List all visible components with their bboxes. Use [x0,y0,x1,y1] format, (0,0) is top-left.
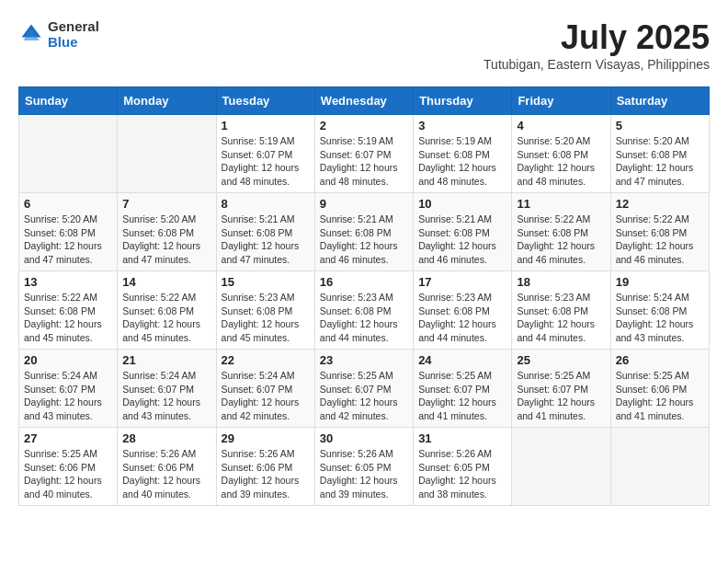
day-number: 1 [222,119,310,132]
day-number: 11 [517,197,605,211]
calendar-cell: 27Sunrise: 5:25 AM Sunset: 6:06 PM Dayli… [19,428,118,506]
calendar-cell [118,115,216,193]
day-number: 16 [320,275,408,289]
col-tuesday: Tuesday [216,87,314,115]
calendar-cell: 15Sunrise: 5:23 AM Sunset: 6:08 PM Dayli… [216,271,314,350]
day-number: 18 [517,275,605,289]
calendar-cell [19,115,118,193]
calendar-header-row: Sunday Monday Tuesday Wednesday Thursday… [19,87,710,115]
day-number: 27 [24,431,112,445]
calendar-cell: 20Sunrise: 5:24 AM Sunset: 6:07 PM Dayli… [19,350,118,428]
calendar-cell: 26Sunrise: 5:25 AM Sunset: 6:06 PM Dayli… [610,350,709,428]
day-number: 19 [616,275,704,289]
day-number: 28 [122,431,210,445]
day-info: Sunrise: 5:22 AM Sunset: 6:08 PM Dayligh… [24,291,112,345]
day-info: Sunrise: 5:20 AM Sunset: 6:08 PM Dayligh… [517,134,605,189]
calendar-cell: 22Sunrise: 5:24 AM Sunset: 6:07 PM Dayli… [216,350,314,428]
day-info: Sunrise: 5:20 AM Sunset: 6:08 PM Dayligh… [616,134,704,189]
logo: General Blue [18,18,99,50]
calendar-table: Sunday Monday Tuesday Wednesday Thursday… [18,86,710,506]
calendar-cell: 28Sunrise: 5:26 AM Sunset: 6:06 PM Dayli… [118,428,216,506]
day-number: 6 [24,197,112,211]
day-number: 26 [616,353,704,367]
calendar-cell: 12Sunrise: 5:22 AM Sunset: 6:08 PM Dayli… [610,193,709,271]
day-number: 13 [24,275,112,289]
calendar-cell: 7Sunrise: 5:20 AM Sunset: 6:08 PM Daylig… [118,193,216,271]
day-info: Sunrise: 5:21 AM Sunset: 6:08 PM Dayligh… [320,213,408,267]
day-info: Sunrise: 5:24 AM Sunset: 6:07 PM Dayligh… [122,369,210,423]
day-info: Sunrise: 5:22 AM Sunset: 6:08 PM Dayligh… [616,213,704,267]
calendar-cell: 21Sunrise: 5:24 AM Sunset: 6:07 PM Dayli… [118,350,216,428]
day-number: 3 [418,119,506,132]
calendar-cell: 29Sunrise: 5:26 AM Sunset: 6:06 PM Dayli… [216,428,314,506]
calendar-cell: 3Sunrise: 5:19 AM Sunset: 6:08 PM Daylig… [414,115,512,193]
day-number: 17 [418,275,506,289]
week-row-2: 6Sunrise: 5:20 AM Sunset: 6:08 PM Daylig… [19,193,710,271]
calendar-cell: 5Sunrise: 5:20 AM Sunset: 6:08 PM Daylig… [610,115,709,193]
calendar-cell: 31Sunrise: 5:26 AM Sunset: 6:05 PM Dayli… [414,428,512,506]
day-info: Sunrise: 5:26 AM Sunset: 6:05 PM Dayligh… [418,447,506,501]
day-number: 29 [222,431,310,445]
col-saturday: Saturday [610,87,709,115]
calendar-cell: 16Sunrise: 5:23 AM Sunset: 6:08 PM Dayli… [314,271,413,350]
day-number: 5 [616,119,704,132]
day-number: 15 [222,275,310,289]
day-number: 20 [24,353,112,367]
calendar-cell [610,428,709,506]
week-row-4: 20Sunrise: 5:24 AM Sunset: 6:07 PM Dayli… [19,350,710,428]
day-info: Sunrise: 5:23 AM Sunset: 6:08 PM Dayligh… [418,291,506,345]
day-info: Sunrise: 5:22 AM Sunset: 6:08 PM Dayligh… [517,213,605,267]
day-info: Sunrise: 5:20 AM Sunset: 6:08 PM Dayligh… [24,213,112,267]
calendar-cell: 17Sunrise: 5:23 AM Sunset: 6:08 PM Dayli… [414,271,512,350]
day-number: 10 [418,197,506,211]
col-thursday: Thursday [414,87,512,115]
day-info: Sunrise: 5:21 AM Sunset: 6:08 PM Dayligh… [222,213,310,267]
day-number: 9 [320,197,408,211]
day-number: 8 [222,197,310,211]
calendar-cell: 8Sunrise: 5:21 AM Sunset: 6:08 PM Daylig… [216,193,314,271]
day-info: Sunrise: 5:26 AM Sunset: 6:06 PM Dayligh… [222,447,310,501]
week-row-5: 27Sunrise: 5:25 AM Sunset: 6:06 PM Dayli… [19,428,710,506]
day-info: Sunrise: 5:19 AM Sunset: 6:07 PM Dayligh… [222,134,310,189]
day-info: Sunrise: 5:24 AM Sunset: 6:07 PM Dayligh… [24,369,112,423]
calendar-cell [512,428,610,506]
col-sunday: Sunday [19,87,118,115]
day-info: Sunrise: 5:19 AM Sunset: 6:08 PM Dayligh… [418,134,506,189]
day-info: Sunrise: 5:25 AM Sunset: 6:07 PM Dayligh… [320,369,408,423]
day-info: Sunrise: 5:25 AM Sunset: 6:07 PM Dayligh… [418,369,506,423]
day-info: Sunrise: 5:25 AM Sunset: 6:06 PM Dayligh… [616,369,704,423]
day-number: 25 [517,353,605,367]
week-row-3: 13Sunrise: 5:22 AM Sunset: 6:08 PM Dayli… [19,271,710,350]
day-info: Sunrise: 5:20 AM Sunset: 6:08 PM Dayligh… [122,213,210,267]
calendar-cell: 19Sunrise: 5:24 AM Sunset: 6:08 PM Dayli… [610,271,709,350]
day-number: 23 [320,353,408,367]
calendar-cell: 10Sunrise: 5:21 AM Sunset: 6:08 PM Dayli… [414,193,512,271]
calendar-cell: 24Sunrise: 5:25 AM Sunset: 6:07 PM Dayli… [414,350,512,428]
day-info: Sunrise: 5:23 AM Sunset: 6:08 PM Dayligh… [517,291,605,345]
day-number: 21 [122,353,210,367]
day-number: 22 [222,353,310,367]
day-info: Sunrise: 5:25 AM Sunset: 6:06 PM Dayligh… [24,447,112,501]
page-header: General Blue July 2025 Tutubigan, Easter… [18,18,710,72]
calendar-cell: 23Sunrise: 5:25 AM Sunset: 6:07 PM Dayli… [314,350,413,428]
title-block: July 2025 Tutubigan, Eastern Visayas, Ph… [483,18,710,72]
day-number: 31 [418,431,506,445]
col-monday: Monday [118,87,216,115]
calendar-cell: 4Sunrise: 5:20 AM Sunset: 6:08 PM Daylig… [512,115,610,193]
day-info: Sunrise: 5:24 AM Sunset: 6:08 PM Dayligh… [616,291,704,345]
day-number: 2 [320,119,408,132]
day-info: Sunrise: 5:23 AM Sunset: 6:08 PM Dayligh… [222,291,310,345]
calendar-cell: 6Sunrise: 5:20 AM Sunset: 6:08 PM Daylig… [19,193,118,271]
day-number: 4 [517,119,605,132]
day-info: Sunrise: 5:22 AM Sunset: 6:08 PM Dayligh… [122,291,210,345]
col-wednesday: Wednesday [314,87,413,115]
location: Tutubigan, Eastern Visayas, Philippines [483,57,710,72]
day-info: Sunrise: 5:24 AM Sunset: 6:07 PM Dayligh… [222,369,310,423]
calendar-cell: 9Sunrise: 5:21 AM Sunset: 6:08 PM Daylig… [314,193,413,271]
logo-icon [18,21,44,47]
week-row-1: 1Sunrise: 5:19 AM Sunset: 6:07 PM Daylig… [19,115,710,193]
calendar-cell: 11Sunrise: 5:22 AM Sunset: 6:08 PM Dayli… [512,193,610,271]
logo-text: General Blue [48,18,99,50]
month-year: July 2025 [483,18,710,57]
day-number: 30 [320,431,408,445]
